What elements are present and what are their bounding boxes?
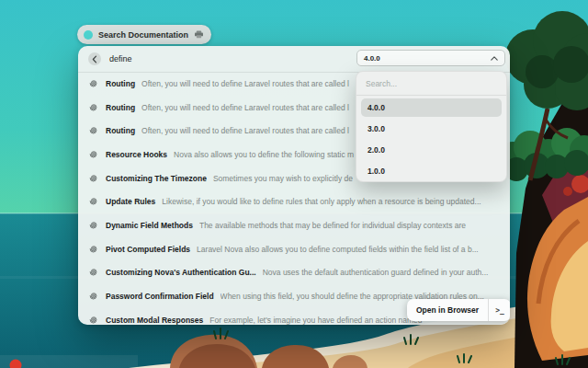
result-title: Dynamic Field Methods xyxy=(106,221,193,230)
result-row[interactable]: Customizing Nova's Authentication Gu... … xyxy=(78,261,510,285)
spiral-icon xyxy=(89,126,98,135)
result-row[interactable]: Pivot Computed Fields Laravel Nova also … xyxy=(78,237,510,261)
app-dot-icon xyxy=(84,30,93,40)
result-title: Pivot Computed Fields xyxy=(106,245,190,254)
spiral-icon xyxy=(89,150,98,159)
result-title: Update Rules xyxy=(106,197,155,206)
spiral-icon xyxy=(89,221,98,230)
result-title: Resource Hooks xyxy=(106,150,167,159)
open-in-browser-label: Open in Browser xyxy=(407,305,488,315)
dropdown-options: 4.0.0 3.0.0 2.0.0 1.0.0 xyxy=(356,96,506,186)
result-title: Routing xyxy=(106,103,135,112)
result-snippet: The available methods that may be define… xyxy=(199,221,499,230)
dropdown-search-input[interactable] xyxy=(356,72,506,95)
spiral-icon xyxy=(89,79,98,88)
chevron-left-icon xyxy=(92,55,97,63)
spiral-icon xyxy=(89,316,98,325)
open-in-browser-button[interactable]: Open in Browser >_ xyxy=(407,299,510,321)
spiral-icon xyxy=(89,197,98,206)
version-dropdown: 4.0.0 3.0.0 2.0.0 1.0.0 xyxy=(356,71,507,182)
spiral-icon xyxy=(89,174,98,183)
result-snippet: Laravel Nova also allows you to define c… xyxy=(197,245,499,254)
launcher-pill[interactable]: Search Documentation xyxy=(77,25,211,44)
search-documentation-window: define 4.0.0 Routing Often, you will nee… xyxy=(78,46,510,325)
version-select-value: 4.0.0 xyxy=(364,54,380,63)
result-title: Routing xyxy=(106,126,135,135)
spiral-icon xyxy=(89,245,98,254)
chevron-up-icon xyxy=(491,56,498,61)
spiral-icon xyxy=(89,292,98,301)
desktop: Search Documentation define 4.0.0 xyxy=(0,0,588,368)
result-title: Custom Modal Responses xyxy=(106,316,203,325)
dropdown-option[interactable]: 2.0.0 xyxy=(361,141,502,159)
launcher-pill-label: Search Documentation xyxy=(98,30,188,40)
result-snippet: Nova uses the default authentication gua… xyxy=(263,268,499,277)
dropdown-option[interactable]: 1.0.0 xyxy=(361,162,502,180)
result-snippet: Likewise, if you would like to define ru… xyxy=(162,197,499,206)
version-select[interactable]: 4.0.0 xyxy=(356,50,505,66)
terminal-icon: >_ xyxy=(489,306,510,315)
result-row[interactable]: Dynamic Field Methods The available meth… xyxy=(78,213,510,237)
result-title: Routing xyxy=(106,79,135,88)
spiral-icon xyxy=(89,268,98,277)
result-title: Password Confirmation Field xyxy=(106,292,214,301)
spiral-icon xyxy=(89,103,98,112)
dropdown-option[interactable]: 3.0.0 xyxy=(361,120,502,138)
back-button[interactable] xyxy=(88,52,101,65)
result-row[interactable]: Update Rules Likewise, if you would like… xyxy=(78,190,510,213)
dropdown-option[interactable]: 4.0.0 xyxy=(361,98,502,117)
result-title: Customizing Nova's Authentication Gu... xyxy=(106,268,256,277)
search-input[interactable]: define xyxy=(109,54,132,63)
result-title: Customizing The Timezone xyxy=(106,174,207,183)
printer-icon xyxy=(194,30,204,39)
